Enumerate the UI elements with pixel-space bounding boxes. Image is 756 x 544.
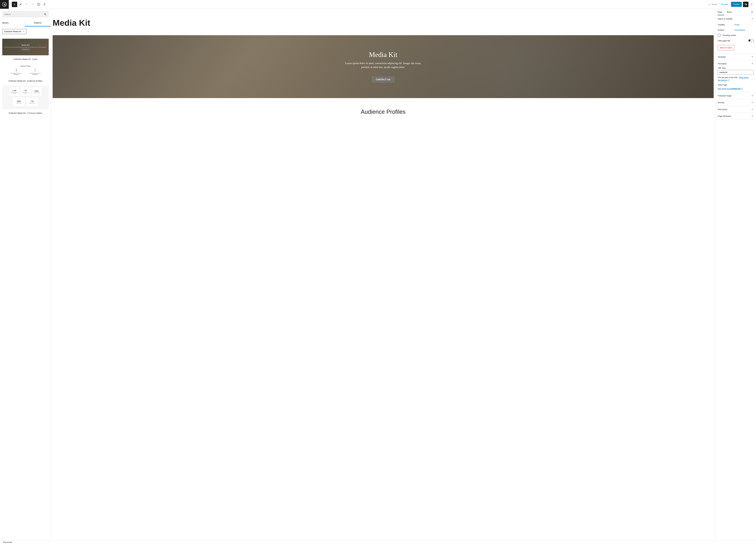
undo-icon [25,3,28,6]
external-link-icon [727,79,729,81]
page-title[interactable]: Media Kit [53,18,714,28]
breadcrumb[interactable]: Document [3,541,12,543]
breadcrumb-footer: Document [0,540,756,544]
chevron-down-icon [751,108,754,111]
tools-button[interactable] [18,2,23,7]
settings-sidebar: Page Block Status & visibility Visibilit… [715,9,756,540]
url-slug-input[interactable] [718,70,754,75]
pattern-preview: Media Kit Lorem ipsum dolor sit amet, co… [2,39,49,55]
preview-button[interactable]: Preview [719,2,730,7]
pattern-preview: 2.5MMonthly Unique Visitors on 10up.com … [2,86,49,109]
gear-icon [744,3,747,6]
url-slug-label: URL Slug [718,67,754,69]
chevron-down-icon [751,95,754,97]
view-page-label: View Page [718,84,754,86]
pattern-category-select[interactable]: Publisher Media Kit [2,29,49,34]
panel-excerpt: Excerpt [715,99,756,106]
pattern-title: Publisher Media Kit - Cover [2,58,49,60]
saved-indicator: Saved [708,3,717,6]
chevron-down-icon [751,115,754,117]
panel-header[interactable]: Template [715,54,756,60]
tab-blocks[interactable]: Blocks [0,20,24,26]
publish-value[interactable]: Immediately [734,29,745,31]
svg-point-4 [751,5,752,6]
cover-title[interactable]: Media Kit [369,51,397,59]
top-toolbar: Saved Preview Publish [0,0,756,9]
more-vertical-icon [751,3,752,6]
panel-featured-image: Featured image [715,92,756,99]
panel-header[interactable]: Excerpt [715,99,756,106]
svg-point-7 [35,68,35,69]
panel-template: Template [715,54,756,60]
wordpress-logo[interactable] [0,0,9,9]
info-icon [37,3,40,6]
permalink-url-link[interactable]: http://pmk.local/media-kit/ [718,88,743,90]
cover-subtitle[interactable]: Lorem ipsum dolor sit amet, consectetur … [344,61,422,69]
close-sidebar-button[interactable] [750,10,754,14]
close-inserter-button[interactable] [12,2,17,7]
close-icon [13,3,16,6]
search-box[interactable] [2,11,49,17]
panel-header[interactable]: Featured image [715,92,756,99]
wordpress-icon [2,2,7,7]
visibility-value[interactable]: Public [734,24,740,26]
panel-permalink: Permalink URL Slug The last part of the … [715,60,756,92]
pattern-item-cover[interactable]: Media Kit Lorem ipsum dolor sit amet, co… [2,39,49,60]
pattern-item-stats[interactable]: 2.5MMonthly Unique Visitors on 10up.com … [2,86,49,114]
visibility-label: Visibility [718,24,734,26]
move-to-trash-button[interactable]: Move to trash [718,45,734,50]
pattern-preview: Audience Profiles The average female vis… [2,64,49,77]
svg-point-5 [44,13,46,15]
outline-button[interactable] [42,2,47,7]
tab-page[interactable]: Page [717,9,724,15]
audience-heading[interactable]: Audience Profiles [53,109,714,115]
pattern-item-audience[interactable]: Audience Profiles The average female vis… [2,64,49,82]
search-input[interactable] [4,13,44,15]
chevron-down-icon [23,31,25,33]
panel-header[interactable]: Discussion [715,106,756,113]
inserter-sidebar: Blocks Patterns Publisher Media Kit Medi… [0,9,51,540]
female-icon [15,68,18,72]
check-icon [708,3,711,6]
inserter-tabs: Blocks Patterns [0,20,51,27]
svg-point-6 [16,68,17,69]
pending-review-checkbox[interactable]: Pending review [718,33,754,38]
tab-block[interactable]: Block [727,9,734,15]
panel-header[interactable]: Permalink [715,60,756,67]
panel-page-attributes: Page Attributes [715,113,756,120]
pattern-title: Publisher Media Kit - Audience Profiles [2,80,49,82]
editor-canvas[interactable]: Media Kit Media Kit Lorem ipsum dolor si… [51,9,715,540]
more-options-button[interactable] [750,2,754,7]
redo-icon [31,3,34,6]
pattern-title: Publisher Media Kit - 5 Column Statics [2,112,49,114]
chevron-up-icon [751,62,754,65]
contact-us-button[interactable]: CONTACT US [372,76,395,83]
panel-header[interactable]: Status & visibility [715,15,756,22]
svg-point-3 [751,4,752,5]
search-icon [44,13,47,16]
details-button[interactable] [36,2,41,7]
hide-page-title-toggle[interactable] [748,39,754,42]
publish-button[interactable]: Publish [731,2,742,7]
svg-point-2 [751,3,752,3]
undo-button[interactable] [24,2,29,7]
panel-discussion: Discussion [715,106,756,113]
publish-label: Publish [718,29,734,31]
external-link-icon [741,88,743,90]
tab-patterns[interactable]: Patterns [25,20,51,26]
settings-button[interactable] [743,2,748,7]
pencil-icon [19,3,22,6]
chevron-up-icon [751,18,754,20]
male-icon [34,68,36,72]
close-icon [751,11,753,13]
panel-header[interactable]: Page Attributes [715,113,756,119]
list-view-icon [43,3,46,6]
panel-status-visibility: Status & visibility VisibilityPublic Pub… [715,15,756,54]
permalink-help: The last part of the URL. Read about per… [718,76,754,82]
redo-button[interactable] [30,2,35,7]
hide-page-title-label: Hide page title [718,40,730,42]
chevron-down-icon [751,101,754,104]
chevron-down-icon [751,56,754,58]
cover-block[interactable]: Media Kit Lorem ipsum dolor sit amet, co… [53,35,714,98]
